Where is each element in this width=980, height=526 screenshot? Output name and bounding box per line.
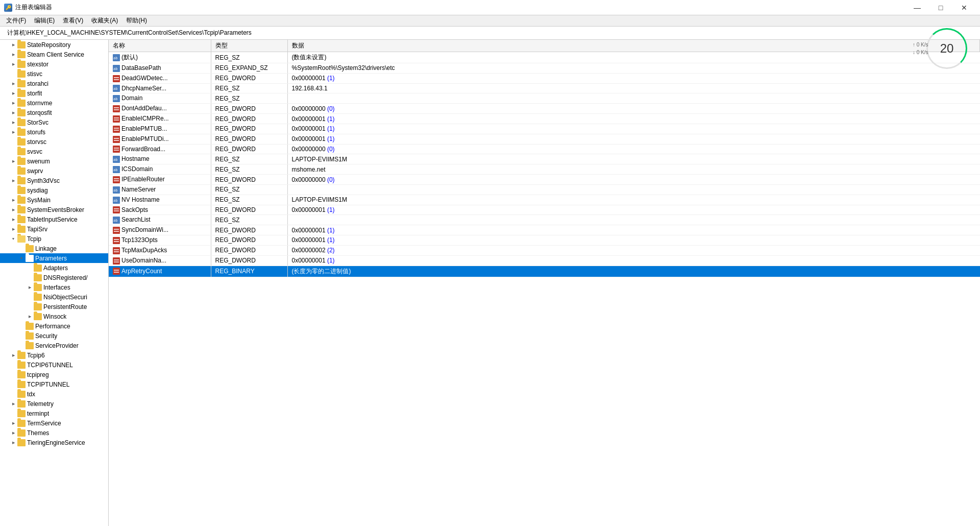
table-row[interactable]: SackOpts REG_DWORD 0x00000001 (1)	[109, 205, 980, 215]
registry-cell-name[interactable]: abHostname	[109, 154, 211, 164]
expand-icon-Telemetry[interactable]	[9, 400, 17, 408]
tree-item-storvsc[interactable]: storvsc	[0, 137, 108, 147]
tree-item-TapiSrv[interactable]: TapiSrv	[0, 224, 108, 234]
expand-icon-TCPIP6TUNNEL[interactable]	[9, 361, 17, 369]
registry-cell-name[interactable]: EnableICMPRe...	[109, 114, 211, 124]
tree-item-Synth3dVsc[interactable]: Synth3dVsc	[0, 176, 108, 185]
expand-icon-storqosfit[interactable]	[9, 109, 17, 117]
expand-icon-Adapters[interactable]	[26, 264, 34, 272]
registry-cell-name[interactable]: abDomain	[109, 93, 211, 104]
tree-item-TabletInputService[interactable]: TabletInputService	[0, 214, 108, 224]
registry-cell-name[interactable]: abNameServer	[109, 184, 211, 195]
tree-item-DNSRegistered[interactable]: DNSRegistered/	[0, 273, 108, 282]
table-row[interactable]: TcpMaxDupAcks REG_DWORD 0x00000002 (2)	[109, 245, 980, 255]
tree-item-sysdiag[interactable]: sysdiag	[0, 185, 108, 195]
registry-cell-name[interactable]: SackOpts	[109, 205, 211, 215]
tree-item-StorSvc[interactable]: StorSvc	[0, 117, 108, 127]
tree-item-storufs[interactable]: storufs	[0, 127, 108, 137]
tree-item-Winsock[interactable]: Winsock	[0, 312, 108, 321]
table-row[interactable]: EnablePMTUB... REG_DWORD 0x00000001 (1)	[109, 124, 980, 134]
expand-icon-sysdiag[interactable]	[9, 186, 17, 195]
menu-favorites[interactable]: 收藏夹(A)	[87, 15, 122, 26]
expand-icon-StorSvc[interactable]	[9, 118, 17, 127]
expand-icon-SteamClientService[interactable]	[9, 51, 17, 59]
tree-item-StateRepository[interactable]: StateRepository	[0, 40, 108, 50]
expand-icon-Tcpip6[interactable]	[9, 351, 17, 360]
tree-item-stexstor[interactable]: stexstor	[0, 59, 108, 69]
expand-icon-storfit[interactable]	[9, 89, 17, 98]
table-row[interactable]: abDomain REG_SZ	[109, 93, 980, 104]
expand-icon-Security[interactable]	[17, 332, 26, 340]
registry-cell-name[interactable]: EnablePMTUB...	[109, 124, 211, 134]
expand-icon-svsvc[interactable]	[9, 148, 17, 156]
table-row[interactable]: IPEnableRouter REG_DWORD 0x00000000 (0)	[109, 175, 980, 185]
expand-icon-storahci[interactable]	[9, 80, 17, 88]
table-row[interactable]: EnablePMTUDi... REG_DWORD 0x00000001 (1)	[109, 134, 980, 144]
registry-cell-name[interactable]: DontAddDefau...	[109, 104, 211, 114]
table-row[interactable]: abNameServer REG_SZ	[109, 184, 980, 195]
registry-cell-name[interactable]: SyncDomainWi...	[109, 225, 211, 235]
registry-panel[interactable]: 名称 类型 数据 ab(默认) REG_SZ (数值未设置) abDataBas…	[109, 40, 980, 526]
expand-icon-swenum[interactable]	[9, 157, 17, 165]
tree-item-stornvme[interactable]: stornvme	[0, 98, 108, 108]
expand-icon-TermService[interactable]	[9, 419, 17, 427]
tree-item-TCPIPTUNNEL[interactable]: TCPIPTUNNEL	[0, 379, 108, 389]
table-row[interactable]: abNV Hostname REG_SZ LAPTOP-EVIIMS1M	[109, 195, 980, 205]
expand-icon-storufs[interactable]	[9, 128, 17, 136]
expand-icon-Linkage[interactable]	[17, 245, 26, 253]
expand-icon-TabletInputService[interactable]	[9, 216, 17, 224]
expand-icon-TCPIPTUNNEL[interactable]	[9, 380, 17, 389]
tree-item-TCPIP6TUNNEL[interactable]: TCPIP6TUNNEL	[0, 360, 108, 370]
tree-item-Tcpip[interactable]: Tcpip	[0, 234, 108, 244]
tree-item-Linkage[interactable]: Linkage	[0, 244, 108, 253]
expand-icon-Performance[interactable]	[17, 322, 26, 330]
expand-icon-TapiSrv[interactable]	[9, 225, 17, 233]
table-row[interactable]: ArpRetryCount REG_BINARY (长度为零的二进制值)	[109, 266, 980, 277]
tree-item-SystemEventsBroker[interactable]: SystemEventsBroker	[0, 205, 108, 214]
table-row[interactable]: ab(默认) REG_SZ (数值未设置)	[109, 52, 980, 63]
expand-icon-stornvme[interactable]	[9, 99, 17, 107]
close-button[interactable]: ✕	[952, 0, 976, 15]
expand-icon-tdx[interactable]	[9, 390, 17, 398]
expand-icon-NsiObjectSecuri[interactable]	[26, 293, 34, 301]
table-row[interactable]: abDhcpNameSer... REG_SZ 192.168.43.1	[109, 83, 980, 93]
menu-edit[interactable]: 编辑(E)	[30, 15, 59, 26]
expand-icon-swprv[interactable]	[9, 167, 17, 175]
tree-item-storfit[interactable]: storfit	[0, 88, 108, 98]
expand-icon-Interfaces[interactable]	[26, 283, 34, 292]
table-row[interactable]: abHostname REG_SZ LAPTOP-EVIIMS1M	[109, 154, 980, 164]
expand-icon-Themes[interactable]	[9, 429, 17, 437]
expand-icon-DNSRegistered[interactable]	[26, 274, 34, 282]
registry-cell-name[interactable]: abDhcpNameSer...	[109, 83, 211, 93]
table-row[interactable]: DontAddDefau... REG_DWORD 0x00000000 (0)	[109, 104, 980, 114]
expand-icon-tcpipreg[interactable]	[9, 371, 17, 379]
tree-item-swprv[interactable]: swprv	[0, 166, 108, 176]
tree-item-tcpipreg[interactable]: tcpipreg	[0, 370, 108, 379]
registry-cell-name[interactable]: Tcp1323Opts	[109, 235, 211, 246]
tree-item-TieringEngineService[interactable]: TieringEngineService	[0, 438, 108, 447]
expand-icon-StateRepository[interactable]	[9, 41, 17, 49]
table-row[interactable]: SyncDomainWi... REG_DWORD 0x00000001 (1)	[109, 225, 980, 235]
expand-icon-ServiceProvider[interactable]	[17, 342, 26, 350]
tree-item-NsiObjectSecuri[interactable]: NsiObjectSecuri	[0, 292, 108, 302]
tree-item-Interfaces[interactable]: Interfaces	[0, 282, 108, 292]
expand-icon-stexstor[interactable]	[9, 60, 17, 68]
expand-icon-terminpt[interactable]	[9, 410, 17, 418]
tree-item-storahci[interactable]: storahci	[0, 79, 108, 88]
registry-cell-name[interactable]: abSearchList	[109, 215, 211, 225]
tree-item-Adapters[interactable]: Adapters	[0, 263, 108, 273]
tree-item-TermService[interactable]: TermService	[0, 418, 108, 428]
registry-cell-name[interactable]: ForwardBroad...	[109, 144, 211, 154]
registry-cell-name[interactable]: EnablePMTUDi...	[109, 134, 211, 144]
table-row[interactable]: UseDomainNa... REG_DWORD 0x00000001 (1)	[109, 255, 980, 266]
tree-item-ServiceProvider[interactable]: ServiceProvider	[0, 341, 108, 350]
menu-view[interactable]: 查看(V)	[59, 15, 87, 26]
tree-item-Tcpip6[interactable]: Tcpip6	[0, 350, 108, 360]
minimize-button[interactable]: —	[905, 0, 929, 15]
tree-item-PersistentRoute[interactable]: PersistentRoute	[0, 302, 108, 312]
expand-icon-Parameters[interactable]	[17, 254, 26, 262]
tree-item-svsvc[interactable]: svsvc	[0, 147, 108, 156]
expand-icon-stisvc[interactable]	[9, 70, 17, 78]
tree-item-storqosfit[interactable]: storqosfit	[0, 108, 108, 117]
expand-icon-PersistentRoute[interactable]	[26, 303, 34, 311]
